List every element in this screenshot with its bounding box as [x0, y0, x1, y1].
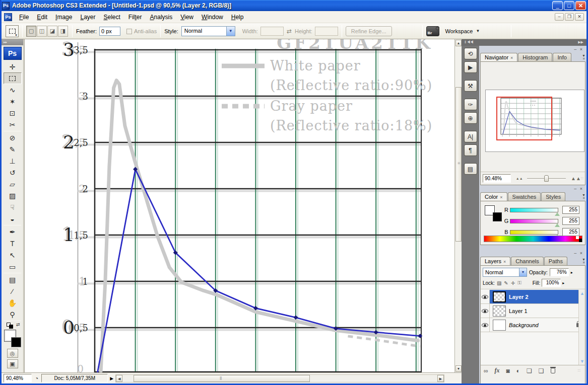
- maximize-button[interactable]: □: [564, 1, 574, 10]
- visibility-toggle[interactable]: [481, 318, 490, 332]
- tab-navigator[interactable]: Navigator×: [480, 53, 517, 61]
- panel-window-buttons[interactable]: – ×: [480, 186, 585, 192]
- dock-header[interactable]: ⦀ ◀◀ ▶▶: [462, 39, 586, 46]
- default-colors-widget[interactable]: ⇄: [4, 322, 22, 329]
- layer-row-layer-2[interactable]: Layer 2: [481, 290, 585, 304]
- document-size-info[interactable]: Doc: 5,05M/7,35M: [41, 374, 108, 382]
- layer-thumbnail[interactable]: [493, 320, 506, 331]
- panel-menu-icon[interactable]: ▼≡: [582, 258, 585, 264]
- menu-select[interactable]: Select: [99, 12, 124, 22]
- new-selection-button[interactable]: ▢: [26, 26, 36, 37]
- black-swatch[interactable]: [579, 239, 582, 242]
- link-layers-icon[interactable]: ∞: [484, 367, 488, 374]
- status-flyout-icon[interactable]: ▶: [110, 376, 113, 381]
- fill-slider-icon[interactable]: ▸: [562, 281, 564, 285]
- screen-mode-button[interactable]: ▣: [7, 359, 18, 368]
- layer-name[interactable]: Background: [509, 322, 539, 328]
- fill-field[interactable]: 100%: [542, 279, 561, 287]
- horizontal-scrollbar[interactable]: ◀ ▶: [115, 374, 444, 382]
- dodge-tool[interactable]: ◒: [4, 213, 22, 224]
- foreground-background-swatches[interactable]: [4, 330, 21, 347]
- gradient-tool[interactable]: ▨: [4, 190, 22, 201]
- layer-comps-panel-icon[interactable]: ▤: [464, 163, 477, 175]
- lock-transparency-icon[interactable]: ▨: [497, 280, 501, 286]
- opacity-slider-icon[interactable]: ▸: [571, 270, 573, 275]
- slice-tool[interactable]: ✂: [4, 119, 22, 130]
- navigator-view-box[interactable]: [496, 97, 552, 140]
- color-panel-swatches[interactable]: [485, 205, 503, 222]
- tab-channels[interactable]: Channels: [511, 257, 543, 265]
- layer-row-layer-1[interactable]: Layer 1: [481, 304, 585, 318]
- layer-style-icon[interactable]: fx: [495, 367, 500, 374]
- scroll-up-icon[interactable]: ▲: [580, 291, 584, 296]
- tab-histogram[interactable]: Histogram: [518, 53, 552, 61]
- crop-tool[interactable]: ⊡: [4, 107, 22, 119]
- horizontal-scroll-thumb[interactable]: [134, 375, 310, 382]
- menu-image[interactable]: Image: [51, 12, 76, 22]
- menu-view[interactable]: View: [176, 12, 198, 22]
- tab-color[interactable]: Color×: [480, 192, 507, 201]
- tool-presets-panel-icon[interactable]: ⚒: [464, 80, 477, 92]
- width-input[interactable]: [260, 27, 284, 36]
- feather-input[interactable]: [99, 27, 120, 36]
- document-canvas[interactable]: GF2TUA2TTK3,53,5332,52,5221,51,5110,50,5…: [24, 39, 454, 372]
- zoom-level-field[interactable]: 90,48%: [4, 374, 32, 382]
- clone-stamp-tool[interactable]: ⊥: [4, 155, 22, 167]
- menu-analysis[interactable]: Analysis: [146, 12, 177, 22]
- tab-layers[interactable]: Layers×: [480, 257, 510, 265]
- close-icon[interactable]: ×: [500, 195, 502, 200]
- actions-panel-icon[interactable]: ▶: [464, 61, 477, 73]
- path-selection-tool[interactable]: ↖: [4, 249, 22, 261]
- layer-name[interactable]: Layer 1: [509, 308, 528, 314]
- slider-thumb-icon[interactable]: [555, 212, 560, 216]
- history-panel-icon[interactable]: ⟲: [464, 48, 477, 59]
- eraser-tool[interactable]: ▱: [4, 178, 22, 190]
- doc-close-button[interactable]: ✕: [575, 13, 584, 21]
- channel-value-field[interactable]: 255: [562, 217, 579, 225]
- subtract-selection-button[interactable]: ◪: [47, 26, 57, 37]
- lock-all-icon[interactable]: ⚿: [517, 280, 521, 286]
- quick-mask-button[interactable]: ◎: [7, 349, 18, 358]
- layer-group-icon[interactable]: ❏: [527, 367, 532, 374]
- resize-grip-icon[interactable]: ∷: [578, 368, 581, 373]
- smudge-tool[interactable]: ☟: [4, 201, 22, 213]
- title-bar[interactable]: Ps Adobe Photoshop CS3 Extended - [Untit…: [0, 0, 588, 11]
- antialias-checkbox[interactable]: [126, 29, 132, 34]
- paragraph-panel-icon[interactable]: ¶: [464, 144, 477, 156]
- adjustment-layer-icon[interactable]: ◐: [516, 367, 520, 374]
- navigator-zoom-field[interactable]: 90.48%: [483, 174, 511, 183]
- tab-info[interactable]: Info: [553, 53, 571, 61]
- brush-tool[interactable]: ✎: [4, 143, 22, 155]
- scroll-up-icon[interactable]: ▲: [455, 40, 462, 46]
- history-brush-tool[interactable]: ↺: [4, 167, 22, 178]
- notes-tool[interactable]: ▤: [4, 274, 22, 285]
- shape-tool[interactable]: ▭: [4, 261, 22, 272]
- opacity-field[interactable]: 76%: [550, 268, 569, 276]
- lock-pixels-icon[interactable]: ✎: [504, 280, 508, 286]
- menu-filter[interactable]: Filter: [124, 12, 146, 22]
- zoom-out-icon[interactable]: ▲▲: [516, 176, 523, 181]
- lasso-tool[interactable]: ∿: [4, 84, 22, 96]
- expand-dock-icon[interactable]: ▶▶: [578, 40, 583, 45]
- visibility-toggle[interactable]: [481, 290, 490, 303]
- zoom-in-icon[interactable]: ▲▲: [571, 176, 581, 181]
- bridge-button[interactable]: Br ⚲: [426, 26, 439, 36]
- chevron-down-icon[interactable]: ▼: [519, 268, 527, 276]
- layer-name[interactable]: Layer 2: [509, 294, 529, 300]
- menu-layer[interactable]: Layer: [76, 12, 99, 22]
- minimize-button[interactable]: _: [552, 1, 563, 10]
- hand-tool[interactable]: ✋: [4, 297, 22, 309]
- close-icon[interactable]: ×: [503, 259, 506, 264]
- eyedropper-tool[interactable]: ∕: [4, 285, 22, 297]
- magic-wand-tool[interactable]: ✶: [4, 96, 22, 107]
- clone-source-panel-icon[interactable]: ⊕: [464, 112, 477, 124]
- toolbar-collapse-handle[interactable]: ▸▸: [2, 39, 23, 45]
- menu-edit[interactable]: Edit: [33, 12, 51, 22]
- doc-restore-button[interactable]: ❐: [565, 13, 574, 21]
- tab-swatches[interactable]: Swatches: [508, 192, 541, 201]
- character-panel-icon[interactable]: A|: [464, 131, 477, 142]
- add-selection-button[interactable]: ◫: [37, 26, 47, 37]
- tool-preset-picker[interactable]: ▼: [6, 25, 19, 37]
- layer-thumbnail[interactable]: [493, 305, 506, 317]
- channel-slider[interactable]: [510, 230, 558, 235]
